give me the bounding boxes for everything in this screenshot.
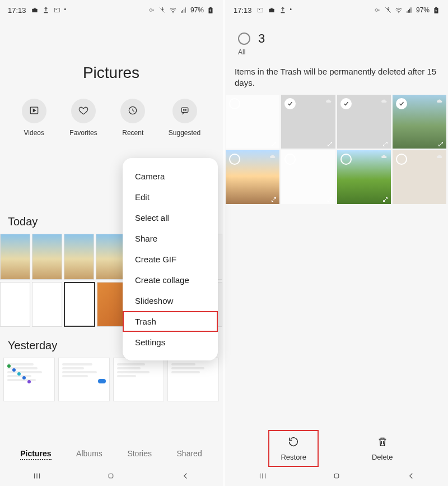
svg-rect-8 [209, 7, 212, 8]
status-time: 17:13 [234, 6, 252, 15]
android-navbar [0, 468, 222, 486]
image-icon [256, 6, 264, 14]
expand-icon [382, 195, 389, 202]
vpn-icon [148, 6, 156, 14]
menu-edit[interactable]: Edit [123, 187, 218, 207]
menu-settings[interactable]: Settings [123, 332, 218, 353]
overflow-menu: Camera Edit Select all Share Create GIF … [123, 158, 218, 360]
category-label: Favorites [69, 129, 97, 137]
svg-rect-11 [181, 108, 188, 112]
svg-rect-17 [109, 474, 114, 478]
cloud-icon [380, 152, 389, 159]
more-dot: • [64, 6, 67, 14]
checkbox-icon[interactable] [340, 98, 352, 109]
svg-point-22 [375, 9, 378, 12]
trash-thumb[interactable] [226, 95, 279, 149]
restore-icon [287, 436, 300, 450]
category-videos[interactable]: Videos [22, 99, 46, 137]
expand-icon [326, 140, 333, 146]
statusbar: 17:13 • 97% [0, 0, 222, 20]
checkbox-icon[interactable] [284, 98, 296, 109]
category-favorites[interactable]: Favorites [69, 99, 97, 137]
tab-stories[interactable]: Stories [127, 449, 152, 460]
upload-icon [279, 6, 287, 14]
expand-icon [270, 195, 277, 202]
checkbox-icon[interactable] [340, 154, 352, 165]
svg-rect-30 [335, 474, 339, 478]
selection-count: 3 [258, 31, 265, 46]
bottom-tabs: Pictures Albums Stories Shared [0, 443, 222, 466]
menu-camera[interactable]: Camera [123, 166, 218, 187]
back-icon[interactable] [406, 471, 416, 483]
battery-text: 97% [416, 6, 430, 14]
svg-rect-18 [258, 8, 263, 12]
menu-share[interactable]: Share [123, 228, 218, 249]
checkbox-icon[interactable] [396, 98, 407, 109]
phone-right: 17:13 • 97% 3 All Items in the Trash wil… [226, 0, 448, 486]
yesterday-row[interactable] [3, 358, 219, 401]
category-suggested[interactable]: Suggested [169, 99, 200, 137]
phone-left: 17:13 • 97% Pictures Videos Favorites [0, 0, 222, 486]
back-icon[interactable] [180, 471, 190, 483]
image-icon [53, 6, 61, 14]
trash-thumb[interactable] [337, 150, 391, 204]
expand-icon [326, 195, 333, 202]
heart-icon [78, 105, 89, 118]
recents-icon[interactable] [32, 471, 42, 483]
tab-albums[interactable]: Albums [76, 449, 102, 460]
svg-point-6 [172, 12, 173, 13]
menu-slideshow[interactable]: Slideshow [123, 290, 218, 311]
cloud-icon [380, 97, 389, 104]
trash-thumb[interactable] [281, 95, 335, 149]
tab-shared[interactable]: Shared [177, 449, 202, 460]
trash-grid [226, 95, 446, 204]
menu-create-collage[interactable]: Create collage [123, 270, 218, 290]
cloud-icon [324, 97, 333, 104]
recents-icon[interactable] [258, 471, 268, 483]
svg-rect-21 [270, 8, 273, 9]
status-time: 17:13 [8, 6, 26, 15]
trash-thumb[interactable] [226, 150, 279, 204]
vibrate-icon [158, 6, 166, 14]
signal-icon [405, 6, 413, 14]
categories-row: Videos Favorites Recent Suggested [0, 99, 222, 137]
delete-button[interactable]: Delete [361, 431, 404, 466]
trash-thumb[interactable] [393, 150, 446, 204]
battery-icon [432, 6, 440, 14]
checkbox-icon[interactable] [284, 154, 296, 165]
tab-pictures[interactable]: Pictures [20, 449, 51, 460]
select-all-toggle[interactable] [238, 33, 250, 45]
svg-rect-0 [32, 9, 37, 12]
checkbox-icon[interactable] [229, 98, 240, 109]
menu-create-gif[interactable]: Create GIF [123, 249, 218, 270]
expand-icon [382, 140, 389, 146]
expand-icon [437, 140, 444, 146]
battery-text: 97% [190, 6, 204, 14]
trash-actions: Restore Delete [226, 431, 448, 466]
svg-rect-20 [269, 9, 274, 12]
briefcase-icon [268, 6, 276, 14]
trash-thumb[interactable] [281, 150, 335, 204]
home-icon[interactable] [106, 471, 116, 483]
svg-rect-26 [435, 7, 437, 8]
menu-select-all[interactable]: Select all [123, 207, 218, 228]
svg-point-19 [259, 9, 260, 10]
menu-trash[interactable]: Trash [123, 311, 218, 332]
delete-label: Delete [372, 453, 393, 461]
wifi-icon [395, 6, 403, 14]
chat-icon [179, 105, 190, 118]
restore-label: Restore [281, 453, 306, 461]
trash-thumb[interactable] [337, 95, 391, 149]
battery-icon [207, 6, 214, 14]
wifi-icon [169, 6, 177, 14]
checkbox-icon[interactable] [396, 154, 407, 165]
checkbox-icon[interactable] [229, 154, 240, 165]
home-icon[interactable] [332, 471, 342, 483]
trash-thumb[interactable] [393, 95, 446, 149]
restore-button[interactable]: Restore [269, 431, 318, 466]
clock-icon [127, 105, 138, 118]
category-recent[interactable]: Recent [120, 99, 145, 137]
cloud-icon [435, 152, 444, 159]
svg-point-13 [185, 109, 186, 110]
play-icon [29, 105, 40, 118]
